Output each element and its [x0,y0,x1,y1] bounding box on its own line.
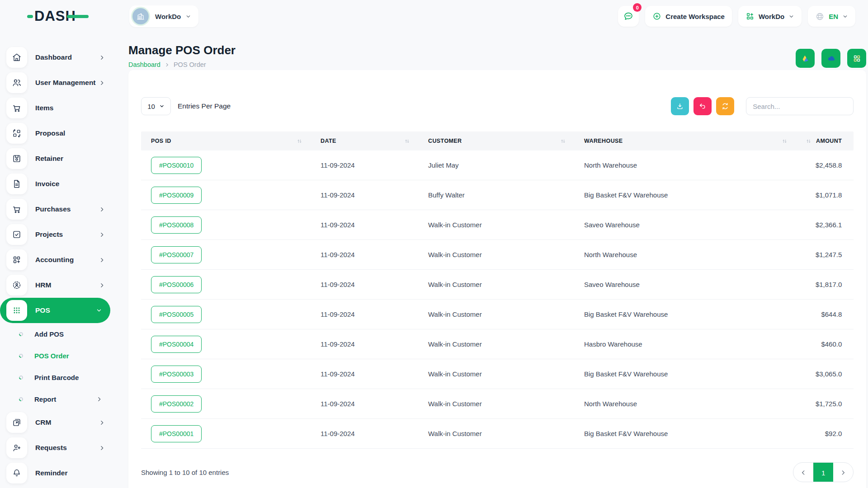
sort-icon [297,138,302,144]
cell-date: 11-09-2024 [311,340,418,348]
pagination-page-1[interactable]: 1 [813,463,833,482]
cell-customer: Walk-in Customer [418,281,574,288]
google-drive-button[interactable] [796,49,815,68]
sidebar-subitem-add-pos[interactable]: Add POS [0,323,117,345]
table-row: #POS00006 11-09-2024 Walk-in Customer Sa… [141,270,854,300]
pos-id-link[interactable]: #POS00004 [151,336,202,353]
workspace-selector[interactable]: WorkDo [129,5,198,27]
create-workspace-button[interactable]: Create Workspace [645,6,732,27]
cell-warehouse: Big Basket F&V Warehouse [574,430,796,437]
pagination-next-button[interactable] [833,463,853,482]
cell-date: 11-09-2024 [311,221,418,229]
create-workspace-label: Create Workspace [665,13,725,20]
cart-icon [12,103,22,113]
cell-customer: Walk-in Customer [418,251,574,258]
pos-id-link[interactable]: #POS00005 [151,306,202,323]
pos-id-link[interactable]: #POS00010 [151,157,202,174]
search-input[interactable] [746,97,854,115]
logo-dash-accent [27,15,33,18]
pos-id-link[interactable]: #POS00006 [151,276,202,293]
chevron-right-icon [99,445,105,451]
cell-customer: Buffy Walter [418,191,574,199]
pagination: 1 [793,462,854,482]
sidebar-item-retainer[interactable]: Retainer [0,146,117,171]
invoice-icon [12,179,22,189]
language-code: EN [829,13,838,20]
accounting-icon [12,255,22,265]
cell-customer: Walk-in Customer [418,340,574,348]
entries-per-page-select[interactable]: 10 [141,97,171,115]
column-header-warehouse[interactable]: WAREHOUSE [574,138,796,144]
chevron-right-icon [96,396,102,402]
sort-icon [560,138,566,144]
messages-count-badge: 0 [633,3,642,12]
column-header-pos-id[interactable]: POS ID [141,138,311,144]
chat-icon [623,11,634,22]
table-row: #POS00007 11-09-2024 Walk-in Customer No… [141,240,854,270]
refresh-icon [721,102,729,110]
language-selector[interactable]: EN [808,6,855,27]
chevron-down-icon [159,103,165,109]
sidebar-item-proposal[interactable]: Proposal [0,121,117,146]
users-icon [12,78,22,88]
cell-amount: $644.8 [796,310,854,318]
sidebar-item-user-management[interactable]: User Management [0,70,117,95]
cell-amount: $2,458.8 [796,161,854,169]
sidebar-item-accounting[interactable]: Accounting [0,247,117,272]
pagination-prev-button[interactable] [793,463,813,482]
pos-order-card: 10 Entries Per Page [128,70,866,488]
refresh-button[interactable] [716,97,734,115]
pos-id-link[interactable]: #POS00008 [151,216,202,234]
app-logo: DASH [27,8,89,24]
cell-amount: $1,817.0 [796,281,854,288]
sidebar-item-projects[interactable]: Projects [0,222,117,247]
breadcrumb-current: POS Order [174,61,206,68]
sidebar-subitem-print-barcode[interactable]: Print Barcode [0,366,117,388]
pos-id-link[interactable]: #POS00002 [151,395,202,413]
messages-button[interactable]: 0 [618,6,639,27]
undo-button[interactable] [693,97,712,115]
table-row: #POS00002 11-09-2024 Walk-in Customer No… [141,389,854,419]
column-header-amount[interactable]: AMOUNT [796,138,854,144]
pos-id-link[interactable]: #POS00009 [151,187,202,204]
cell-customer: Walk-in Customer [418,221,574,229]
pos-id-link[interactable]: #POS00007 [151,246,202,263]
retainer-icon [12,154,22,164]
chevron-left-icon [800,469,807,476]
sidebar-item-purchases[interactable]: Purchases [0,197,117,222]
sidebar-item-hrm[interactable]: HRM [0,272,117,298]
breadcrumb-dashboard-link[interactable]: Dashboard [128,61,160,68]
pos-grid-icon [12,305,22,315]
sidebar-item-requests[interactable]: Requests [0,435,117,460]
sidebar-subitem-report[interactable]: Report [0,388,117,410]
apps-grid-button[interactable] [847,49,866,68]
chevron-down-icon [788,14,794,19]
chevron-right-icon [99,420,105,426]
column-header-customer[interactable]: CUSTOMER [418,138,574,144]
cell-date: 11-09-2024 [311,430,418,437]
sort-icon [782,138,788,144]
sidebar-item-items[interactable]: Items [0,95,117,121]
cell-warehouse: North Warehouse [574,161,796,169]
workdo-menu-button[interactable]: WorkDo [738,6,802,27]
sidebar-item-crm[interactable]: CRM [0,410,117,435]
sidebar-subitem-pos-order[interactable]: POS Order [0,345,117,366]
hrm-icon [12,280,22,290]
building-icon [136,12,145,21]
page-title: Manage POS Order [128,43,236,57]
bullet-icon [18,375,24,380]
column-header-date[interactable]: DATE [311,138,418,144]
sidebar-item-invoice[interactable]: Invoice [0,171,117,197]
pos-id-link[interactable]: #POS00001 [151,425,202,442]
cell-date: 11-09-2024 [311,191,418,199]
export-download-button[interactable] [671,97,689,115]
bell-icon [12,468,22,478]
chevron-right-icon [99,206,105,212]
pos-id-link[interactable]: #POS00003 [151,366,202,383]
grid-icon [853,54,861,63]
table-row: #POS00005 11-09-2024 Walk-in Customer Bi… [141,300,854,329]
onedrive-button[interactable] [821,49,840,68]
sidebar-item-dashboard[interactable]: Dashboard [0,45,117,70]
sidebar-item-pos[interactable]: POS [0,298,110,323]
sidebar-item-reminder[interactable]: Reminder [0,460,117,486]
